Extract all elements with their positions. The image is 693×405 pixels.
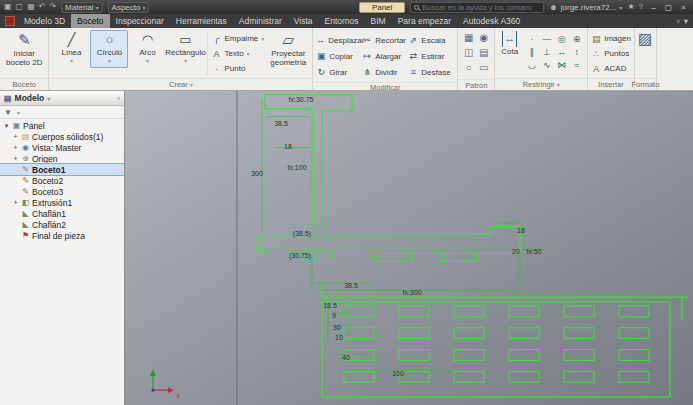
horizontal-constraint-icon[interactable]: ↔ <box>554 46 569 59</box>
stretch-tool[interactable]: ⇄Estirar <box>408 51 454 61</box>
slot[interactable] <box>399 306 429 317</box>
chevron-down-icon[interactable]: ▾ <box>17 109 20 116</box>
sketch-geometry[interactable] <box>258 95 688 397</box>
slot[interactable] <box>454 328 484 339</box>
slot[interactable] <box>399 350 429 361</box>
expander-icon[interactable]: ▾ <box>3 122 10 130</box>
slot[interactable] <box>344 350 374 361</box>
browser-header[interactable]: ▤ Modelo ▾ ▫ <box>0 91 124 106</box>
pattern-circle-icon[interactable]: ○ <box>461 62 476 77</box>
expander-icon[interactable]: + <box>12 199 19 206</box>
slot[interactable] <box>509 306 539 317</box>
text-tool[interactable]: ATexto▾ <box>211 47 264 60</box>
filter-icon[interactable]: ▼ <box>4 108 12 117</box>
copy-tool[interactable]: ▣Copiar <box>316 51 362 61</box>
slot[interactable] <box>509 328 539 339</box>
point-tool[interactable]: ∙Punto <box>211 62 264 75</box>
slot[interactable] <box>344 306 374 317</box>
mirror-icon[interactable]: ◫ <box>461 47 476 62</box>
tab-vista[interactable]: Vista <box>288 14 319 28</box>
rectangular-pattern-icon[interactable]: ▦ <box>461 32 476 47</box>
new-file-icon[interactable]: ▢ <box>16 2 24 12</box>
aspecto-dropdown[interactable]: Aspecto ▾ <box>108 2 150 13</box>
document-name-badge[interactable]: Panel <box>359 2 405 13</box>
fix-constraint-icon[interactable]: ⊕ <box>569 33 584 46</box>
tab-inspeccionar[interactable]: Inspeccionar <box>110 14 170 28</box>
slot[interactable] <box>619 350 649 361</box>
tree-item-final-de-pieza[interactable]: ⚑Final de pieza <box>0 230 124 241</box>
tree-item-panel[interactable]: ▾▣Panel <box>0 120 124 131</box>
inventor-file-icon[interactable] <box>5 16 15 26</box>
dimension-button[interactable]: ↔ Cota <box>498 30 521 57</box>
slot[interactable] <box>509 350 539 361</box>
tree-item-boceto3[interactable]: ✎Boceto3 <box>0 186 124 197</box>
tree-item-boceto2[interactable]: ✎Boceto2 <box>0 175 124 186</box>
pattern-rect-icon[interactable]: ▭ <box>476 62 491 77</box>
slot[interactable] <box>619 328 649 339</box>
coincident-constraint-icon[interactable]: ∙ <box>524 33 539 46</box>
help-icon[interactable]: ? <box>639 2 643 12</box>
close-button[interactable]: × <box>678 3 689 12</box>
panel-toggle-icon[interactable]: ▫ <box>677 16 680 26</box>
construction-line[interactable] <box>322 208 357 234</box>
slot[interactable] <box>344 371 374 382</box>
tab-entornos[interactable]: Entornos <box>319 14 365 28</box>
group-label-restringir[interactable]: Restringir▾ <box>495 78 587 90</box>
slot[interactable] <box>564 306 594 317</box>
maximize-button[interactable]: ▢ <box>663 3 674 12</box>
sketch-viewport[interactable]: fx:30.7538.518fx:100300(38.5)(30.75)38.5… <box>125 91 693 405</box>
scale-tool[interactable]: ⇗Escala <box>408 35 454 45</box>
material-dropdown[interactable]: Material ▾ <box>61 2 102 13</box>
app-icon[interactable]: ▣ <box>4 2 12 12</box>
slot[interactable] <box>619 306 649 317</box>
tab-modelo-3d[interactable]: Modelo 3D <box>18 14 71 28</box>
concentric-constraint-icon[interactable]: ◎ <box>554 33 569 46</box>
tangent-constraint-icon[interactable]: ◡ <box>524 59 539 72</box>
project-geometry-button[interactable]: ▱ Proyectar geometría <box>267 30 309 68</box>
arc-tool[interactable]: ◠Arco▾ <box>128 30 166 68</box>
equal-constraint-icon[interactable]: = <box>569 59 584 72</box>
search-input[interactable] <box>422 3 540 12</box>
tab-autodesk-a360[interactable]: Autodesk A360 <box>457 14 526 28</box>
dimension-lines[interactable] <box>262 99 545 370</box>
vertical-constraint-icon[interactable]: ↕ <box>569 46 584 59</box>
offset-tool[interactable]: ≡Desfase <box>408 67 454 77</box>
move-tool[interactable]: ↔Desplazar <box>316 35 362 45</box>
collinear-constraint-icon[interactable]: ― <box>539 33 554 46</box>
tab-herramientas[interactable]: Herramientas <box>170 14 233 28</box>
expander-icon[interactable]: + <box>12 133 19 140</box>
tree-item-chaflan1[interactable]: ◣Chaflán1 <box>0 208 124 219</box>
acad-tool[interactable]: AACAD <box>591 62 631 75</box>
slot[interactable] <box>454 350 484 361</box>
circle-tool[interactable]: ○Círculo▾ <box>90 30 128 68</box>
format-icon[interactable]: ▨ <box>638 30 652 48</box>
parallel-constraint-icon[interactable]: ∥ <box>524 46 539 59</box>
trim-tool[interactable]: ✂Recortar <box>362 35 408 45</box>
tab-administrar[interactable]: Administrar <box>233 14 288 28</box>
favorites-icon[interactable]: ★ <box>627 2 634 12</box>
slot[interactable] <box>564 328 594 339</box>
tab-bim[interactable]: BIM <box>365 14 392 28</box>
perpendicular-constraint-icon[interactable]: ⊥ <box>539 46 554 59</box>
save-icon[interactable]: ▦ <box>27 2 35 12</box>
smooth-constraint-icon[interactable]: ∿ <box>539 59 554 72</box>
tree-item-cuerpos-solidos-1-[interactable]: +▤Cuerpos sólidos(1) <box>0 131 124 142</box>
slot[interactable] <box>509 371 539 382</box>
tree-item-boceto1[interactable]: ✎Boceto1 <box>0 164 124 175</box>
slot[interactable] <box>564 371 594 382</box>
group-label-crear[interactable]: Crear▾ <box>49 78 312 90</box>
split-tool[interactable]: ⋔Dividir <box>362 67 408 77</box>
account-menu[interactable]: ☻ jorge.rivera72... ▾ <box>549 3 622 12</box>
help-search[interactable] <box>410 2 544 13</box>
slot[interactable] <box>454 306 484 317</box>
extend-tool[interactable]: ↦Alargar <box>362 51 408 61</box>
points-tool[interactable]: ∴Puntos <box>591 47 631 60</box>
sketch-pattern-icon[interactable]: ▤ <box>476 47 491 62</box>
ribbon-options-icon[interactable]: ▾ <box>684 16 688 26</box>
tree-item-chaflan2[interactable]: ◣Chaflán2 <box>0 219 124 230</box>
tab-para-empezar[interactable]: Para empezar <box>392 14 457 28</box>
rectangle-tool[interactable]: ▭Rectángulo▾ <box>166 30 204 68</box>
browser-pin-icon[interactable]: ▫ <box>117 93 120 103</box>
slot[interactable] <box>399 328 429 339</box>
rotate-tool[interactable]: ↻Girar <box>316 67 362 77</box>
